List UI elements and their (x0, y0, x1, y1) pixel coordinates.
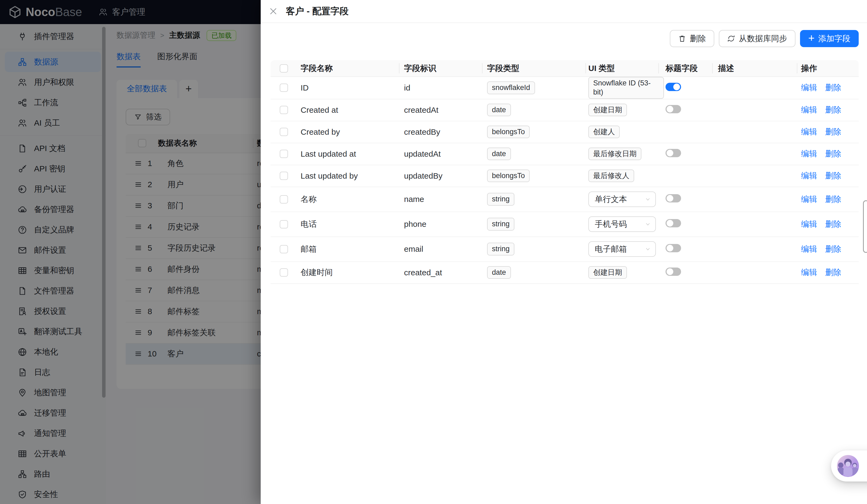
row-checkbox[interactable] (280, 84, 288, 92)
ui-type-tag: 创建日期 (588, 103, 627, 117)
edit-link[interactable]: 编辑 (801, 127, 817, 138)
edit-link[interactable]: 编辑 (801, 170, 817, 181)
column-divider (586, 63, 586, 73)
edit-link[interactable]: 编辑 (801, 244, 817, 255)
column-description: 描述 (718, 63, 801, 74)
ui-type-tag: 创建日期 (588, 266, 627, 279)
delete-link[interactable]: 删除 (825, 267, 841, 278)
chevron-down-icon (645, 246, 651, 252)
field-type-tag: date (487, 103, 511, 117)
drawer-title: 客户 - 配置字段 (286, 5, 349, 18)
ui-type-select[interactable]: 电子邮箱 (588, 241, 656, 257)
title-field-toggle[interactable] (665, 219, 681, 227)
row-checkbox[interactable] (280, 245, 288, 253)
row-checkbox[interactable] (280, 220, 288, 228)
delete-button-label: 删除 (690, 33, 706, 44)
row-checkbox[interactable] (280, 106, 288, 114)
title-field-toggle[interactable] (665, 194, 681, 202)
column-divider (482, 63, 483, 73)
edit-link[interactable]: 编辑 (801, 194, 817, 205)
field-row-created-at: 创建时间 created_at date 创建日期 编辑删除 (271, 262, 859, 284)
delete-fields-button[interactable]: 删除 (670, 30, 714, 47)
field-row-createdat: Created at createdAt date 创建日期 编辑删除 (271, 99, 859, 121)
field-row-updatedat: Last updated at updatedAt date 最后修改日期 编辑… (271, 143, 859, 165)
assistant-avatar-button[interactable] (831, 450, 867, 482)
ui-type-tag: Snowflake ID (53-bit) (588, 77, 664, 99)
team-avatar (837, 455, 859, 477)
title-field-toggle[interactable] (665, 244, 681, 252)
add-field-button-label: 添加字段 (818, 33, 850, 44)
ui-type-select[interactable]: 单行文本 (588, 191, 656, 207)
chevron-down-icon (645, 196, 651, 202)
drawer-header: 客户 - 配置字段 (261, 0, 867, 23)
fields-table: 字段名称 字段标识 字段类型 UI 类型 标题字段 描述 操作 ID id sn… (271, 60, 859, 284)
field-type-tag: string (487, 243, 514, 255)
field-type-tag: snowflakeId (487, 81, 535, 94)
title-field-toggle[interactable] (665, 149, 681, 157)
field-row-email: 邮箱 email string 电子邮箱 编辑删除 (271, 237, 859, 262)
field-row-createdby: Created by createdBy belongsTo 创建人 编辑删除 (271, 121, 859, 143)
edit-link[interactable]: 编辑 (801, 82, 817, 93)
sync-from-database-button[interactable]: 从数据库同步 (719, 30, 795, 47)
edit-link[interactable]: 编辑 (801, 219, 817, 230)
delete-link[interactable]: 删除 (825, 82, 841, 93)
ui-type-select[interactable]: 手机号码 (588, 216, 656, 232)
delete-link[interactable]: 删除 (825, 149, 841, 159)
ui-type-tag: 创建人 (588, 125, 620, 139)
field-type-tag: date (487, 266, 511, 279)
edit-link[interactable]: 编辑 (801, 149, 817, 159)
row-checkbox[interactable] (280, 195, 288, 204)
field-type-tag: string (487, 218, 514, 231)
configure-fields-drawer: 客户 - 配置字段 删除 从数据库同步 + 添加字段 字段名称 字段标识 字段类… (261, 0, 867, 504)
close-icon[interactable] (269, 7, 278, 16)
field-row-updatedby: Last updated by updatedBy belongsTo 最后修改… (271, 165, 859, 187)
field-type-tag: belongsTo (487, 125, 530, 139)
edit-link[interactable]: 编辑 (801, 267, 817, 278)
delete-link[interactable]: 删除 (825, 105, 841, 116)
delete-link[interactable]: 删除 (825, 244, 841, 255)
title-field-toggle[interactable] (665, 105, 681, 113)
sync-button-label: 从数据库同步 (739, 33, 787, 44)
field-row-name: 名称 name string 单行文本 编辑删除 (271, 187, 859, 212)
delete-link[interactable]: 删除 (825, 127, 841, 138)
screen: NocoBase 客户管理 插件管理器 数据源 用户和权限 工作流 AI 员工 … (0, 0, 867, 504)
ui-type-tag: 最后修改人 (588, 169, 634, 182)
add-field-button[interactable]: + 添加字段 (800, 30, 859, 47)
sync-icon (727, 34, 735, 43)
trash-icon (678, 34, 686, 43)
delete-link[interactable]: 删除 (825, 219, 841, 230)
drawer-scrollbar[interactable] (863, 200, 867, 253)
column-field-key: 字段标识 (404, 63, 487, 74)
field-row-id: ID id snowflakeId Snowflake ID (53-bit) … (271, 77, 859, 99)
title-field-toggle[interactable] (665, 83, 681, 91)
field-type-tag: date (487, 147, 511, 161)
column-divider (712, 63, 713, 73)
column-divider (658, 63, 659, 73)
title-field-toggle[interactable] (665, 267, 681, 276)
ui-type-tag: 最后修改日期 (588, 147, 641, 161)
delete-link[interactable]: 删除 (825, 170, 841, 181)
column-ui-type: UI 类型 (588, 63, 664, 74)
delete-link[interactable]: 删除 (825, 194, 841, 205)
edit-link[interactable]: 编辑 (801, 105, 817, 116)
row-checkbox[interactable] (280, 269, 288, 277)
column-field-type: 字段类型 (487, 63, 588, 74)
fields-table-header: 字段名称 字段标识 字段类型 UI 类型 标题字段 描述 操作 (271, 60, 859, 77)
select-all-checkbox[interactable] (280, 64, 288, 73)
column-divider (797, 63, 798, 73)
column-field-name: 字段名称 (298, 63, 404, 74)
row-checkbox[interactable] (280, 150, 288, 158)
row-checkbox[interactable] (280, 172, 288, 180)
field-row-phone: 电话 phone string 手机号码 编辑删除 (271, 212, 859, 237)
drawer-toolbar: 删除 从数据库同步 + 添加字段 (670, 30, 859, 47)
column-divider (399, 63, 399, 73)
field-type-tag: string (487, 193, 514, 206)
chevron-down-icon (645, 221, 651, 227)
column-actions: 操作 (801, 63, 859, 74)
field-type-tag: belongsTo (487, 169, 530, 182)
column-title-field: 标题字段 (664, 63, 718, 74)
row-checkbox[interactable] (280, 128, 288, 136)
